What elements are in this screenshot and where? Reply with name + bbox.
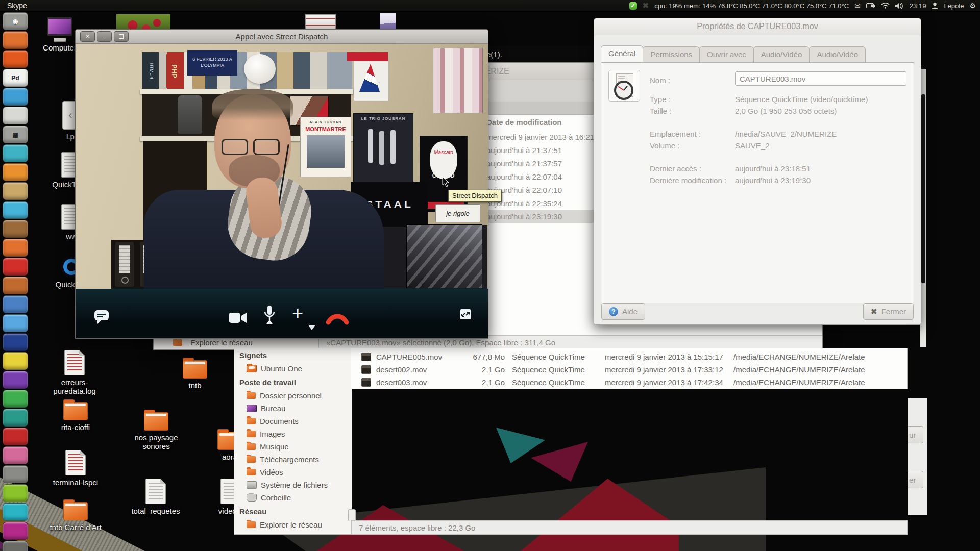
minimize-window-button[interactable]: – — [97, 31, 112, 42]
dock-app-icon[interactable] — [3, 390, 28, 408]
sidebar-item[interactable]: Système de fichiers — [234, 479, 352, 491]
video-thumbnail-icon — [361, 353, 371, 361]
desktop-icon[interactable]: nos paysage sonores — [125, 412, 188, 451]
desktop-icon[interactable]: tntb — [163, 360, 227, 390]
dock-app-icon[interactable] — [3, 220, 28, 238]
dock-app-icon[interactable]: Pd — [3, 69, 28, 87]
dock-app-icon[interactable] — [3, 314, 28, 332]
sidebar-item[interactable]: Poste de travail — [234, 375, 352, 389]
dock-app-icon[interactable] — [3, 163, 28, 181]
sidebar-item[interactable]: Dossier personnel — [234, 389, 352, 402]
sidebar-item[interactable]: Musique — [234, 440, 352, 453]
sidebar-item[interactable]: Téléchargements — [234, 453, 352, 466]
sidebar-item[interactable]: Corbeille — [234, 491, 352, 504]
terminal-window-fragment[interactable]: re(1). — [480, 46, 598, 62]
places-sidebar[interactable]: Signets Ubuntu One Poste de travail Doss… — [234, 348, 352, 535]
file-manager-window-arelate[interactable]: Signets Ubuntu One Poste de travail Doss… — [234, 348, 908, 535]
hang-up-icon[interactable] — [326, 313, 349, 325]
sidebar-item[interactable]: Bureau — [234, 402, 352, 415]
dock-app-icon[interactable]: ◉ — [3, 12, 28, 30]
desktop-icon[interactable]: rita-cioffi — [44, 402, 107, 432]
desktop-icon[interactable]: erreurs-puredata.log — [43, 350, 106, 396]
dialog-titlebar[interactable]: Propriétés de CAPTURE003.mov — [594, 18, 921, 35]
file-path: /media/ECHANGE/NUMERIZE/Arelate — [733, 353, 865, 361]
dock-app-icon[interactable] — [3, 144, 28, 162]
chat-icon[interactable] — [94, 310, 109, 324]
dock-app-icon[interactable] — [3, 541, 28, 551]
filename-input[interactable]: CAPTURE003.mov — [735, 71, 906, 86]
desktop-icon[interactable]: terminal-lspci — [44, 450, 107, 487]
sidebar-item[interactable]: Réseau — [234, 504, 352, 518]
dock-app-icon[interactable] — [3, 484, 28, 502]
desktop-icon[interactable]: total_requetes — [124, 479, 187, 515]
dock-app-icon[interactable] — [3, 31, 28, 49]
file-row[interactable]: desert003.mov 2,1 Go Séquence QuickTime … — [351, 376, 907, 389]
dock-app-icon[interactable] — [3, 352, 28, 370]
dock-app-icon[interactable] — [3, 277, 28, 294]
partial-button[interactable]: ur — [908, 426, 923, 443]
close-button[interactable]: ✖ Fermer — [863, 303, 914, 320]
dialog-tab[interactable]: Permissions — [643, 46, 700, 62]
skype-call-window[interactable]: Appel avec Street Dispatch ✕ – HTML 4 PH… — [75, 29, 488, 339]
dock-app-icon[interactable] — [3, 201, 28, 219]
dock-app-icon[interactable] — [3, 465, 28, 483]
dialog-tab[interactable]: Général — [601, 45, 643, 62]
close-window-button[interactable]: ✕ — [80, 31, 95, 42]
file-icon — [63, 502, 88, 520]
skype-status-icon[interactable]: ✓ — [629, 2, 637, 10]
dialog-tab[interactable]: Audio/Vidéo — [753, 46, 810, 62]
battery-icon[interactable] — [866, 3, 875, 9]
gear-icon[interactable]: ⚙ — [969, 2, 976, 10]
username-menu[interactable]: Lepole — [944, 2, 964, 10]
desktop-icon[interactable]: tntb Carré d'Art — [44, 502, 107, 532]
sidebar-item[interactable]: Images — [234, 428, 352, 440]
sidebar-item[interactable]: Vidéos — [234, 466, 352, 479]
volume-icon[interactable] — [895, 3, 904, 9]
dialog-tab[interactable]: Ouvrir avec — [699, 46, 754, 62]
dock-app-icon[interactable] — [3, 182, 28, 200]
dock-app-icon[interactable] — [3, 446, 28, 464]
file-list-pane[interactable]: CAPTURE005.mov 677,8 Mo Séquence QuickTi… — [351, 348, 908, 535]
dock-app-icon[interactable] — [3, 428, 28, 445]
add-participant-icon[interactable]: + — [292, 304, 303, 323]
dock-app-icon[interactable] — [3, 239, 28, 257]
dock-app-icon[interactable] — [3, 371, 28, 389]
sidebar-item-label: Musique — [260, 442, 289, 451]
scrollbar-fragment[interactable] — [348, 509, 356, 521]
help-button[interactable]: ? Aide — [601, 303, 645, 320]
window-titlebar[interactable]: Appel avec Street Dispatch ✕ – — [76, 30, 488, 44]
dock-app-icon[interactable] — [3, 107, 28, 124]
column-header-date[interactable]: Date de modification — [486, 118, 562, 127]
maximize-window-button[interactable] — [114, 31, 129, 42]
chevron-down-icon[interactable] — [308, 325, 315, 330]
video-camera-icon[interactable] — [229, 312, 247, 324]
dialog-tab[interactable]: Audio/Vidéo — [809, 46, 866, 62]
dock-app-icon[interactable] — [3, 503, 28, 521]
app-menu-skype[interactable]: Skype — [0, 2, 34, 10]
system-monitor-text[interactable]: cpu: 19% mem: 14% 76.8°C 85.0°C 71.0°C 8… — [654, 2, 849, 10]
sidebar-item[interactable]: Documents — [234, 415, 352, 428]
partial-button[interactable]: er — [908, 471, 923, 488]
wifi-icon[interactable] — [881, 3, 890, 9]
clock[interactable]: 23:19 — [910, 2, 926, 10]
dock-app-icon[interactable] — [3, 50, 28, 68]
dock-app-icon[interactable] — [3, 409, 28, 427]
sidebar-item[interactable]: Ubuntu One — [234, 362, 352, 375]
file-row[interactable]: CAPTURE005.mov 677,8 Mo Séquence QuickTi… — [351, 350, 907, 363]
dock-app-icon[interactable] — [3, 88, 28, 106]
dock-app-icon[interactable] — [3, 333, 28, 351]
dock-app-icon[interactable] — [3, 522, 28, 540]
file-icon — [144, 412, 168, 431]
microphone-icon[interactable] — [263, 306, 276, 326]
fullscreen-icon[interactable] — [459, 309, 472, 320]
mail-icon[interactable]: ✉ — [854, 2, 861, 10]
properties-dialog[interactable]: Propriétés de CAPTURE003.mov Général Per… — [594, 18, 921, 325]
sidebar-item[interactable]: Signets — [234, 348, 352, 362]
dock-app-icon[interactable] — [3, 295, 28, 313]
tray-app-icon[interactable]: ✖ — [643, 1, 649, 10]
sidebar-item[interactable]: Explorer le réseau — [234, 518, 352, 531]
partial-scrollbar[interactable] — [921, 94, 925, 283]
dock-app-icon[interactable]: ▦ — [3, 126, 28, 143]
file-row[interactable]: desert002.mov 2,1 Go Séquence QuickTime … — [351, 363, 907, 376]
dock-app-icon[interactable] — [3, 258, 28, 276]
